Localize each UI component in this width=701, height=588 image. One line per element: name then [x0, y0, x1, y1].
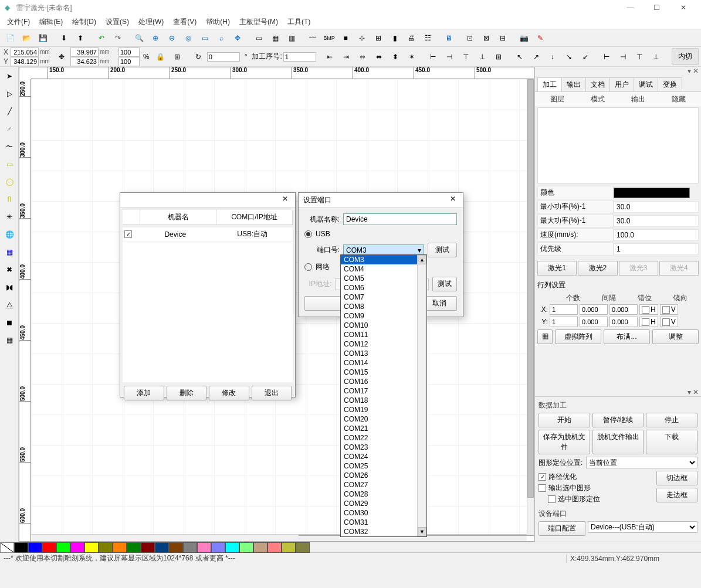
- palette-color[interactable]: [155, 542, 169, 553]
- close-button[interactable]: ✕: [670, 0, 696, 15]
- position-select[interactable]: 当前位置: [586, 457, 697, 468]
- palette-color[interactable]: [56, 542, 70, 553]
- laser-tab[interactable]: 激光1: [537, 261, 577, 276]
- node-tool-icon[interactable]: ▷: [1, 86, 18, 102]
- mirror-h-checkbox[interactable]: H: [639, 304, 658, 315]
- output-offline-button[interactable]: 脱机文件输出: [592, 430, 644, 454]
- com-option[interactable]: COM27: [341, 480, 426, 490]
- stop-button[interactable]: 停止: [646, 413, 697, 427]
- com-option[interactable]: COM4: [341, 264, 426, 274]
- snap3-icon[interactable]: ⊟: [495, 30, 510, 46]
- redo-icon[interactable]: ↷: [110, 30, 126, 46]
- arrow4-icon[interactable]: ↘: [561, 49, 577, 64]
- right-tab[interactable]: 用户: [609, 77, 634, 91]
- color-swatch[interactable]: [614, 188, 690, 198]
- com-option[interactable]: COM17: [341, 386, 426, 396]
- palette-color[interactable]: [267, 542, 282, 553]
- right-tab[interactable]: 变换: [658, 77, 682, 91]
- right-tab[interactable]: 输出: [561, 77, 586, 91]
- palette-color[interactable]: [28, 542, 42, 553]
- com-option[interactable]: COM28: [341, 490, 426, 499]
- com-option[interactable]: COM3: [341, 255, 426, 264]
- com-option[interactable]: COM29: [341, 499, 426, 508]
- menu-item[interactable]: 编辑(E): [35, 16, 67, 28]
- scroll-up-icon[interactable]: ▲: [418, 255, 426, 264]
- arrow1-icon[interactable]: ↖: [512, 49, 527, 64]
- align6-icon[interactable]: ✶: [404, 49, 419, 64]
- dlg2-close-icon[interactable]: ✕: [448, 195, 458, 205]
- device-select[interactable]: Device---(USB:自动): [588, 521, 697, 533]
- device-row-checkbox[interactable]: ✓: [124, 230, 132, 238]
- no-color-swatch[interactable]: [0, 542, 14, 553]
- dim4-icon[interactable]: ⊥: [648, 49, 663, 64]
- snap2-icon[interactable]: ⊠: [479, 30, 494, 46]
- priority-value[interactable]: 1: [614, 243, 699, 255]
- monitor-icon[interactable]: 🖥: [441, 30, 456, 46]
- palette-color[interactable]: [42, 542, 56, 553]
- palette-color[interactable]: [113, 542, 127, 553]
- x-coord-input[interactable]: [11, 47, 39, 57]
- layer-icon[interactable]: ☷: [420, 30, 435, 46]
- hatch-tool-icon[interactable]: ▦: [1, 244, 18, 260]
- matrix-x-gap[interactable]: [580, 304, 608, 315]
- rect-tool-icon[interactable]: ▭: [1, 156, 18, 172]
- zoom-out-icon[interactable]: ⊖: [164, 30, 180, 46]
- com-option[interactable]: COM14: [341, 358, 426, 368]
- zoom-all-icon[interactable]: ⌕: [214, 30, 229, 46]
- palette-color[interactable]: [127, 542, 141, 553]
- usb-radio[interactable]: [304, 230, 312, 238]
- com-option[interactable]: COM11: [341, 330, 426, 339]
- dim3-icon[interactable]: ⊤: [632, 49, 647, 64]
- panel-close-icon[interactable]: ▾ ✕: [688, 67, 699, 75]
- com-option[interactable]: COM6: [341, 283, 426, 293]
- palette-color[interactable]: [282, 542, 296, 553]
- zoom-in-icon[interactable]: ⊕: [148, 30, 163, 46]
- align1-icon[interactable]: ⇤: [322, 49, 337, 64]
- curve-smooth-icon[interactable]: 〰: [305, 30, 320, 46]
- w-input[interactable]: [70, 47, 99, 57]
- rect-icon[interactable]: ■: [338, 30, 353, 46]
- com-option[interactable]: COM23: [341, 443, 426, 452]
- com-option[interactable]: COM8: [341, 302, 426, 311]
- open-file-icon[interactable]: 📂: [19, 30, 34, 46]
- arrow3-icon[interactable]: ↓: [545, 49, 560, 64]
- dropdown-scrollbar[interactable]: ▲ ▼: [417, 255, 426, 536]
- angle-input[interactable]: [207, 52, 240, 62]
- palette-color[interactable]: [296, 542, 310, 553]
- device-row-name[interactable]: Device: [137, 230, 214, 239]
- zoom-fit-icon[interactable]: ◎: [181, 30, 196, 46]
- dist5-icon[interactable]: ⊞: [491, 49, 506, 64]
- output-sel-checkbox[interactable]: [539, 484, 546, 492]
- star-tool-icon[interactable]: ✳: [1, 209, 18, 225]
- palette-color[interactable]: [225, 542, 239, 553]
- com-option[interactable]: COM7: [341, 293, 426, 302]
- save-offline-button[interactable]: 保存为脱机文件: [539, 430, 590, 454]
- cross-tool-icon[interactable]: ✖: [1, 261, 18, 278]
- palette-color[interactable]: [141, 542, 155, 553]
- align2-icon[interactable]: ⇥: [338, 49, 354, 64]
- earth-tool-icon[interactable]: 🌐: [1, 226, 18, 243]
- maximize-button[interactable]: ☐: [644, 0, 670, 15]
- scroll-down-icon[interactable]: ▼: [418, 527, 426, 536]
- com-option[interactable]: COM13: [341, 349, 426, 358]
- dim2-icon[interactable]: ⊣: [615, 49, 631, 64]
- test-usb-button[interactable]: 测试: [428, 243, 457, 257]
- port-config-button[interactable]: 端口配置: [539, 521, 585, 536]
- mirror-v2-checkbox[interactable]: V: [660, 317, 678, 327]
- com-option[interactable]: COM32: [341, 527, 426, 536]
- com-option[interactable]: COM10: [341, 321, 426, 330]
- pause-button[interactable]: 暂停/继续: [592, 413, 644, 427]
- download-button[interactable]: 下载: [646, 430, 697, 454]
- barcode-icon[interactable]: ▮: [387, 30, 402, 46]
- mirror-h2-checkbox[interactable]: H: [639, 317, 658, 327]
- right-tab[interactable]: 文档: [585, 77, 610, 91]
- right-tab[interactable]: 调试: [634, 77, 658, 91]
- matrix-y-off[interactable]: [609, 317, 638, 327]
- com-option[interactable]: COM26: [341, 471, 426, 480]
- mirror-v-checkbox[interactable]: V: [660, 304, 678, 315]
- seq-input[interactable]: [283, 52, 316, 62]
- right-tab[interactable]: 加工: [537, 77, 562, 91]
- dist1-icon[interactable]: ⊢: [425, 49, 441, 64]
- bmp-icon[interactable]: BMP: [321, 30, 337, 46]
- palette-color[interactable]: [14, 542, 28, 553]
